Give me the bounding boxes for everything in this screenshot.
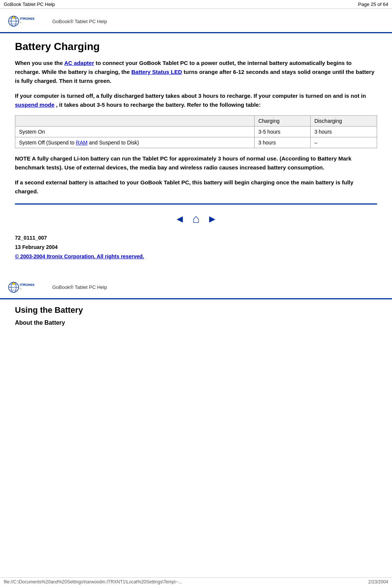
- about-battery-heading: About the Battery: [15, 320, 377, 326]
- back-nav-icon[interactable]: ◄: [175, 213, 185, 225]
- table-row: System Off (Suspend to RAM and Suspend t…: [15, 137, 377, 148]
- svg-text:ITRONIX: ITRONIX: [20, 16, 35, 21]
- file-path: file://C:\Documents%20and%20Settings\har…: [4, 579, 182, 585]
- bottom-bar: file://C:\Documents%20and%20Settings\har…: [0, 577, 392, 586]
- row1-charging: 3-5 hours: [254, 127, 310, 137]
- version-text: 72_0111_007: [15, 233, 377, 243]
- row1-label: System On: [15, 127, 255, 137]
- table-row: System On 3-5 hours 3 hours: [15, 127, 377, 137]
- svg-point-7: [13, 16, 15, 19]
- paragraph-suspend-mode: If your computer is turned off, a fully …: [15, 91, 377, 109]
- divider: [15, 203, 377, 205]
- second-itronix-logo: ITRONIX ®: [7, 278, 41, 297]
- header-subtitle: GoBook® Tablet PC Help: [52, 19, 107, 24]
- ac-adapter-link[interactable]: AC adapter: [64, 60, 94, 66]
- nav-icons: ◄ ⌂ ►: [15, 212, 377, 226]
- second-header-section: ITRONIX ® GoBook® Tablet PC Help: [0, 275, 392, 299]
- ram-link[interactable]: RAM: [76, 140, 87, 146]
- row2-label: System Off (Suspend to RAM and Suspend t…: [15, 137, 255, 148]
- app-title: GoBook Tablet PC Help: [4, 1, 55, 7]
- header-section: ITRONIX ® GoBook® Tablet PC Help: [0, 9, 392, 33]
- col-header-empty: [15, 116, 255, 127]
- page-title: Battery Charging: [15, 41, 377, 53]
- col-header-charging: Charging: [254, 116, 310, 127]
- footer-info: 72_0111_007 13 February 2004 © 2003-2004…: [15, 233, 377, 262]
- date-text: 13 February 2004: [15, 243, 377, 252]
- row2-discharging: –: [311, 137, 377, 148]
- second-battery-paragraph: If a second external battery is attached…: [15, 178, 377, 196]
- bottom-date: 2/23/2004: [368, 579, 388, 585]
- suspend-mode-link[interactable]: suspend mode: [15, 102, 55, 108]
- para1-before-ac: When you use the: [15, 60, 64, 66]
- page-indicator: Page 25 of 64: [358, 1, 388, 7]
- svg-point-15: [13, 282, 15, 284]
- main-content: Battery Charging When you use the AC ada…: [0, 33, 392, 275]
- battery-status-led-link[interactable]: Battery Status LED: [131, 69, 182, 75]
- svg-text:®: ®: [20, 22, 22, 24]
- row2-charging: 3 hours: [254, 137, 310, 148]
- svg-text:ITRONIX: ITRONIX: [20, 282, 35, 286]
- svg-text:®: ®: [20, 288, 22, 290]
- forward-nav-icon[interactable]: ►: [207, 213, 218, 225]
- top-bar: GoBook Tablet PC Help Page 25 of 64: [0, 0, 392, 9]
- second-header-subtitle: GoBook® Tablet PC Help: [52, 284, 107, 290]
- paragraph-ac-adapter: When you use the AC adapter to connect y…: [15, 59, 377, 85]
- using-battery-title: Using the Battery: [15, 305, 377, 315]
- para2-after-suspend: , it takes about 3-5 hours to recharge t…: [55, 102, 261, 108]
- home-nav-icon[interactable]: ⌂: [192, 212, 199, 226]
- para2-before-suspend: If your computer is turned off, a fully …: [15, 93, 366, 99]
- second-section: Using the Battery About the Battery: [0, 305, 392, 341]
- note-paragraph: NOTE A fully charged Li-Ion battery can …: [15, 154, 377, 172]
- copyright-link[interactable]: © 2003-2004 Itronix Corporation. All rig…: [15, 253, 144, 259]
- col-header-discharging: Discharging: [311, 116, 377, 127]
- itronix-logo: ITRONIX ®: [7, 12, 41, 31]
- charging-table: Charging Discharging System On 3-5 hours…: [15, 115, 377, 148]
- row1-discharging: 3 hours: [311, 127, 377, 137]
